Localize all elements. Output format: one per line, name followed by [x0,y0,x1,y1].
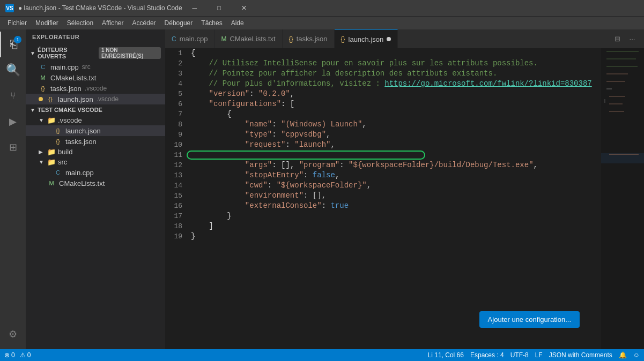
open-editor-launch-json[interactable]: {} launch.json .vscode [26,94,165,104]
activity-source-control[interactable]: ⑂ [0,83,26,109]
status-position[interactable]: Li 11, Col 66 [428,351,464,359]
menu-bar: Fichier Modifier Sélection Afficher Accé… [0,16,644,29]
open-editors-arrow: ▼ [30,50,35,56]
folder-build[interactable]: ▶ 📁 build [26,147,165,157]
code-editor[interactable]: 1 2 3 4 5 6 7 8 9 10 11 12 13 14 15 16 1 [165,48,644,349]
line-num-5: 5 [165,89,182,99]
feedback-icon: ☺ [633,351,640,359]
code-content[interactable]: { // Utilisez IntelliSense pour en savoi… [187,48,601,349]
menu-selection[interactable]: Sélection [63,18,98,28]
code-line-8: "name": "(Windows) Launch", [191,119,601,130]
folder-name: src [58,158,67,166]
app-icon: VS [5,4,14,12]
code-line-9: "type": "cppvsdbg", [191,130,601,140]
line-num-13: 13 [165,170,182,180]
more-tabs-button[interactable]: ··· [625,32,640,47]
activity-debug[interactable]: ▶ [0,109,26,134]
code-line-16: "externalConsole": true [191,201,601,211]
split-editor-button[interactable]: ⊟ [610,32,625,47]
status-notifications[interactable]: 🔔 [619,351,627,359]
code-line-7: { [191,109,601,119]
line-num-14: 14 [165,180,182,191]
menu-modifier[interactable]: Modifier [31,18,63,28]
cmake-tab-icon: M [221,35,226,43]
svg-rect-7 [606,88,612,89]
file-cmakelists[interactable]: M CMakeLists.txt [26,178,165,189]
menu-taches[interactable]: Tâches [197,18,226,28]
sidebar-header: EXPLORATEUR [26,29,165,44]
code-line-5: "version": "0.2.0", [191,89,601,99]
src-arrow: ▼ [39,159,47,165]
project-toggle[interactable]: ▼ TEST CMAKE VSCODE [26,104,165,115]
editor-wrapper: 1 2 3 4 5 6 7 8 9 10 11 12 13 14 15 16 1 [165,48,644,349]
svg-rect-4 [606,66,638,67]
gear-icon: ⚙ [9,328,17,340]
open-editor-cmakelists[interactable]: M CMakeLists.txt [26,72,165,83]
file-tasks-json[interactable]: {} tasks.json [26,136,165,147]
status-errors[interactable]: ⊗ 0 ⚠ 0 [4,351,31,359]
code-line-13: "stopAtEntry": false, [191,170,601,180]
line-num-10: 10 [165,140,182,150]
project-name: TEST CMAKE VSCODE [38,107,102,113]
file-folder: .vscode [97,95,119,103]
file-name: launch.json [58,95,93,103]
line-num-9: 9 [165,130,182,140]
tab-main-cpp[interactable]: C main.cpp [165,29,214,48]
line-numbers: 1 2 3 4 5 6 7 8 9 10 11 12 13 14 15 16 1 [165,48,187,349]
file-name: main.cpp [65,169,94,177]
folder-src[interactable]: ▼ 📁 src [26,157,165,167]
open-editor-main-cpp[interactable]: C main.cpp src [26,62,165,72]
open-editors-label: ÉDITEURS OUVERTS [38,47,94,59]
tab-launch-json[interactable]: {} launch.json [335,29,398,48]
tab-tasks-json[interactable]: {} tasks.json [283,29,335,48]
status-feedback[interactable]: ☺ [633,351,640,359]
svg-rect-9 [609,103,623,104]
file-folder: .vscode [85,85,107,92]
tabs-bar: C main.cpp M CMakeLists.txt {} tasks.jso… [165,29,644,48]
status-line-ending[interactable]: LF [535,351,543,359]
open-editors-toggle[interactable]: ▼ ÉDITEURS OUVERTS 1 NON ENREGISTRÉ(S) [26,44,165,62]
cpp-icon: C [39,63,47,71]
file-name: tasks.json [65,138,97,146]
line-num-7: 7 [165,109,182,119]
tab-label: CMakeLists.txt [230,35,275,43]
tab-label: main.cpp [180,35,208,43]
code-line-2: // Utilisez IntelliSense pour en savoir … [191,58,601,69]
line-num-4: 4 [165,79,182,89]
status-language[interactable]: JSON with Comments [549,351,612,359]
menu-acceder[interactable]: Accéder [128,18,160,28]
folder-name: .vscode [58,116,82,124]
activity-search[interactable]: 🔍 [0,57,26,83]
file-name: CMakeLists.txt [59,179,105,187]
position-text: Li 11, Col 66 [428,351,464,359]
line-num-19: 19 [165,231,182,242]
error-icon: ⊗ [4,351,10,359]
activity-extensions[interactable]: ⊞ [0,134,26,160]
status-encoding[interactable]: UTF-8 [510,351,529,359]
cpp-icon: C [54,168,62,177]
minimize-button[interactable]: ─ [182,0,207,16]
line-num-11: 11 [165,150,182,160]
menu-afficher[interactable]: Afficher [98,18,128,28]
tab-cmakelists[interactable]: M CMakeLists.txt [214,29,282,48]
activity-settings[interactable]: ⚙ [0,321,26,347]
file-main-cpp[interactable]: C main.cpp [26,167,165,178]
build-arrow: ▶ [39,149,47,155]
file-launch-json[interactable]: {} launch.json [26,125,165,136]
open-editors-section: ▼ ÉDITEURS OUVERTS 1 NON ENREGISTRÉ(S) C… [26,44,165,104]
menu-aide[interactable]: Aide [227,18,248,28]
debug-icon: ▶ [9,116,17,127]
menu-deboguer[interactable]: Déboguer [160,18,197,28]
json-icon: {} [54,137,62,146]
menu-fichier[interactable]: Fichier [3,18,31,28]
close-button[interactable]: ✕ [232,0,256,16]
status-spaces[interactable]: Espaces : 4 [470,351,504,359]
open-editor-tasks-json[interactable]: {} tasks.json .vscode [26,83,165,94]
line-num-18: 18 [165,221,182,231]
svg-rect-5 [606,73,628,74]
folder-vscode[interactable]: ▼ 📁 .vscode [26,115,165,125]
activity-explorer[interactable]: ⎗ 1 [0,32,26,57]
code-line-1: { [191,48,601,58]
maximize-button[interactable]: □ [207,0,232,16]
add-config-button[interactable]: Ajouter une configuration... [479,311,580,328]
